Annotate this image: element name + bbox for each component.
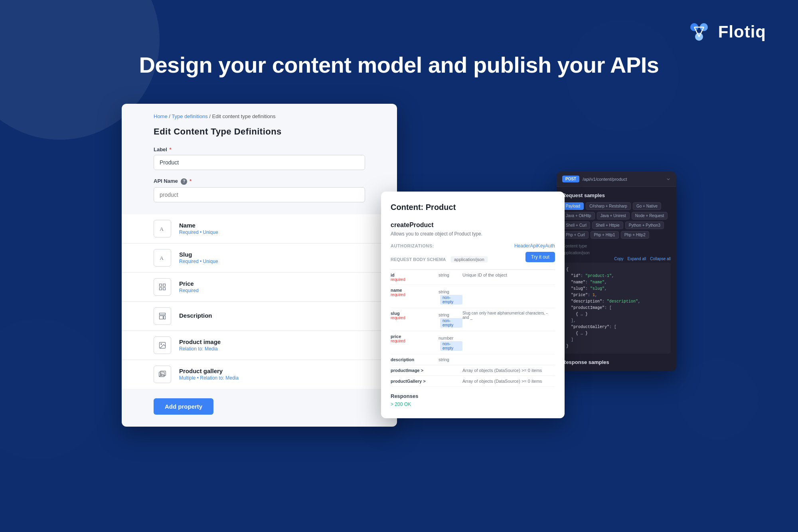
auth-value: HeaderApiKeyAuth <box>514 243 555 249</box>
field-slug: slugrequired <box>391 311 439 320</box>
field-desc: Array of objects (DataSource) >= 0 items <box>462 379 555 384</box>
logo-text: Flotiq <box>718 22 766 42</box>
api-endpoint-title: createProduct <box>391 222 555 229</box>
list-item: Product gallery Multiple • Relation to: … <box>122 360 397 389</box>
field-type: stringnon-empty <box>439 311 462 328</box>
property-name: Product gallery <box>179 368 365 374</box>
svg-rect-14 <box>164 316 165 319</box>
field-id: idrequired <box>391 273 439 282</box>
breadcrumb-sep1: / <box>169 113 170 119</box>
tab-node[interactable]: Node + Request <box>632 212 668 220</box>
content-type-value: application/json <box>557 251 676 255</box>
tab-go[interactable]: Go + Native <box>633 202 661 210</box>
property-details: Description <box>179 312 365 320</box>
field-name-col: namerequired <box>391 288 439 297</box>
image-icon <box>154 336 171 354</box>
property-details: Name Required • Unique <box>179 222 365 235</box>
auth-label: AUTHORIZATIONS: <box>391 243 434 248</box>
add-property-button[interactable]: Add property <box>154 398 213 415</box>
screenshots-area: Home / Type definitions / Edit content t… <box>32 104 766 508</box>
flotiq-logo-icon <box>687 20 711 44</box>
auth-row: AUTHORIZATIONS: HeaderApiKeyAuth <box>391 243 555 249</box>
tab-php-http1[interactable]: Php + Http1 <box>591 231 619 239</box>
breadcrumb: Home / Type definitions / Edit content t… <box>122 104 397 123</box>
api-name-input[interactable] <box>154 187 365 202</box>
table-row: idrequired string Unique ID of the objec… <box>391 270 555 285</box>
images-icon <box>154 366 171 383</box>
property-details: Slug Required • Unique <box>179 251 365 264</box>
content-title: Content: Product <box>391 203 555 212</box>
tab-group: Payload C#sharp + Restsharp Go + Native … <box>557 202 676 239</box>
svg-rect-12 <box>160 313 166 314</box>
label-field-label: Label * <box>154 146 365 152</box>
field-product-gallery: productGallery > <box>391 379 439 384</box>
table-row: slugrequired stringnon-empty Slug can on… <box>391 308 555 331</box>
list-item: Description <box>122 302 397 331</box>
property-meta: Relation to: Media <box>179 346 365 352</box>
required-star: * <box>170 146 172 152</box>
field-type: string <box>439 273 462 277</box>
tab-payload[interactable]: Payload <box>562 202 584 210</box>
property-details: Price Required <box>179 280 365 293</box>
text-icon: A <box>154 220 171 237</box>
field-price: pricerequired <box>391 334 439 343</box>
label-input[interactable] <box>154 155 365 170</box>
endpoint-path: /api/v1/content/product <box>583 177 663 182</box>
svg-point-16 <box>161 343 162 344</box>
tab-java-okhttp[interactable]: Java + OkHttp <box>562 212 595 220</box>
api-name-info-icon: ? <box>181 178 187 185</box>
tab-php-http2[interactable]: Php + Http2 <box>621 231 649 239</box>
content-type-label: Content type <box>557 243 676 248</box>
table-row: productImage > Array of objects (DataSou… <box>391 365 555 376</box>
list-item: A Name Required • Unique <box>122 214 397 243</box>
breadcrumb-type-definitions[interactable]: Type definitions <box>172 113 207 119</box>
property-meta: Required • Unique <box>179 229 365 235</box>
tab-python[interactable]: Python + Python3 <box>625 222 664 229</box>
list-item: Product image Relation to: Media <box>122 331 397 360</box>
tab-java-unirest[interactable]: Java + Unirest <box>597 212 630 220</box>
svg-rect-13 <box>160 316 163 319</box>
table-row: pricerequired numbernon-empty <box>391 331 555 354</box>
code-block: { "id": "product-1", "name": "name", "sl… <box>562 263 671 354</box>
collapse-all-button[interactable]: Collapse all <box>650 257 671 261</box>
table-row: description string <box>391 354 555 365</box>
copy-button[interactable]: Copy <box>614 257 623 261</box>
field-desc: Unique ID of the object <box>462 273 555 277</box>
page-title: Edit Content Type Definitions <box>122 123 397 146</box>
grid-icon <box>154 278 171 296</box>
property-name: Slug <box>179 251 365 258</box>
form-section: Label * API Name ? * <box>122 146 397 210</box>
table-row: productGallery > Array of objects (DataS… <box>391 376 555 387</box>
tab-shell-curl[interactable]: Shell + Curl <box>562 222 590 229</box>
property-meta: Multiple • Relation to: Media <box>179 375 365 381</box>
logo-area: Flotiq <box>687 20 766 44</box>
property-name: Price <box>179 280 365 287</box>
field-type: numbernon-empty <box>439 334 462 351</box>
tab-php-curl[interactable]: Php + Curl <box>562 231 589 239</box>
api-name-label: API Name ? * <box>154 178 365 185</box>
hero-title: Design your content model and publish yo… <box>0 52 798 78</box>
property-name: Product image <box>179 338 365 345</box>
svg-rect-9 <box>163 284 166 286</box>
schema-badge: application/json <box>451 256 488 263</box>
list-item: A Slug Required • Unique <box>122 243 397 273</box>
breadcrumb-sep2: / <box>209 113 212 119</box>
responses-section: Responses <box>391 393 555 399</box>
expand-all-button[interactable]: Expand all <box>628 257 646 261</box>
field-desc: Slug can only have alphanumerical charac… <box>462 311 555 320</box>
chevron-down-icon <box>666 177 671 182</box>
schema-table: idrequired string Unique ID of the objec… <box>391 269 555 387</box>
property-list: A Name Required • Unique A Slug Required… <box>122 210 397 389</box>
method-badge: POST <box>562 176 579 182</box>
layout-icon <box>154 307 171 325</box>
api-description: Allows you to create object of Product t… <box>391 231 555 237</box>
breadcrumb-home[interactable]: Home <box>154 113 168 119</box>
tab-csharp[interactable]: C#sharp + Restsharp <box>586 202 631 210</box>
property-meta: Required <box>179 288 365 293</box>
try-it-out-button[interactable]: Try it out <box>525 252 555 262</box>
right-panel: POST /api/v1/content/product Request sam… <box>557 172 676 371</box>
tab-shell-httpie[interactable]: Shell + Httpie <box>592 222 623 229</box>
breadcrumb-current: Edit content type definitions <box>212 113 276 119</box>
left-panel: Home / Type definitions / Edit content t… <box>122 104 397 427</box>
list-item: Price Required <box>122 273 397 302</box>
